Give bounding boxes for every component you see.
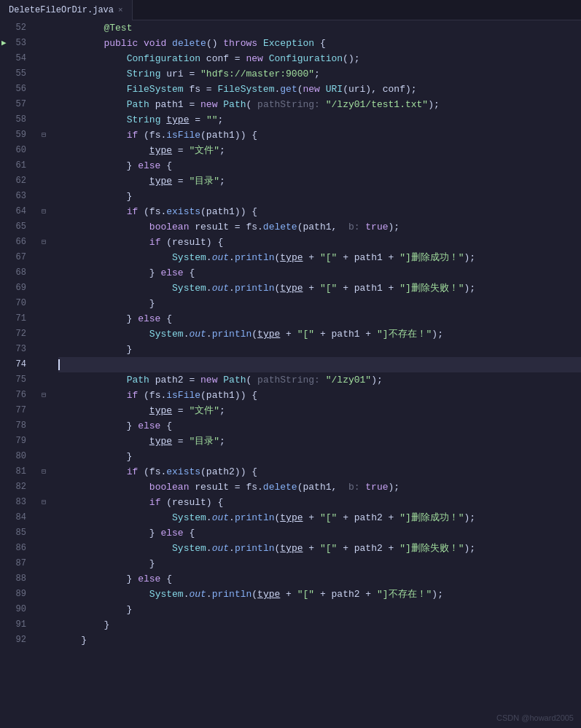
code-line-71: } else {: [58, 311, 581, 326]
line-number: 88: [0, 571, 31, 587]
gutter-line: [36, 296, 51, 311]
line-number: 89: [0, 587, 31, 602]
line-number: 83: [0, 495, 31, 510]
active-tab[interactable]: DeleteFileOrDir.java ×: [0, 0, 133, 20]
gutter-line: [36, 480, 51, 495]
gutter-line: [36, 82, 51, 97]
line-number: 75: [0, 372, 31, 388]
gutter-fold[interactable]: ⊟: [36, 495, 51, 510]
line-number: 78: [0, 418, 31, 434]
code-line-53: public void delete() throws Exception {: [58, 36, 581, 51]
gutter-line: [36, 265, 51, 281]
code-line-58: String type = "";: [58, 112, 581, 128]
tab-bar: DeleteFileOrDir.java ×: [0, 0, 581, 20]
code-line-74: [58, 357, 581, 372]
line-number: 66: [0, 235, 31, 250]
line-number: 60: [0, 143, 31, 158]
code-line-83: if (result) {: [58, 495, 581, 510]
code-line-59: if (fs.isFile(path1)) {: [58, 128, 581, 143]
code-line-68: } else {: [58, 265, 581, 281]
editor-container: DeleteFileOrDir.java × 52 ▶53 54 55 56 5…: [0, 0, 581, 728]
code-line-84: System.out.println(type + "[" + path2 + …: [58, 510, 581, 525]
code-editor[interactable]: @Test public void delete() throws Except…: [51, 20, 581, 728]
code-line-73: }: [58, 342, 581, 357]
line-number: 72: [0, 326, 31, 342]
gutter-line: [36, 173, 51, 189]
gutter-line: [36, 525, 51, 541]
code-line-63: }: [58, 189, 581, 204]
gutter-fold[interactable]: ⊟: [36, 235, 51, 250]
gutter-line: [36, 66, 51, 82]
line-number: 58: [0, 112, 31, 128]
line-number: 71: [0, 311, 31, 326]
gutter-fold[interactable]: ⊟: [36, 204, 51, 219]
line-number: 68: [0, 265, 31, 281]
line-number: 80: [0, 449, 31, 464]
gutter-line: [36, 189, 51, 204]
code-line-52: @Test: [58, 20, 581, 36]
gutter-line: [36, 372, 51, 388]
gutter-line: [36, 541, 51, 556]
code-line-62: type = "目录";: [58, 173, 581, 189]
gutter-line: [36, 250, 51, 265]
line-numbers: 52 ▶53 54 55 56 57 58 59 60 61 62 63 64 …: [0, 20, 36, 728]
gutter-line: [36, 326, 51, 342]
line-number: 81: [0, 464, 31, 480]
gutter-line: [36, 418, 51, 434]
gutter-line: [36, 219, 51, 235]
code-line-55: String uri = "hdfs://master:9000";: [58, 66, 581, 82]
gutter-line: [36, 36, 51, 51]
code-line-56: FileSystem fs = FileSystem.get(new URI(u…: [58, 82, 581, 97]
line-number: 82: [0, 480, 31, 495]
gutter-line: [36, 158, 51, 173]
code-line-67: System.out.println(type + "[" + path1 + …: [58, 250, 581, 265]
line-number: 67: [0, 250, 31, 265]
gutter-line: [36, 357, 51, 372]
line-number: 76: [0, 388, 31, 403]
line-number: 56: [0, 82, 31, 97]
code-area: 52 ▶53 54 55 56 57 58 59 60 61 62 63 64 …: [0, 20, 581, 728]
code-line-61: } else {: [58, 158, 581, 173]
line-number: 65: [0, 219, 31, 235]
gutter-line: [36, 617, 51, 633]
gutter-line: [36, 281, 51, 296]
tab-filename: DeleteFileOrDir.java: [9, 5, 114, 15]
line-number: 86: [0, 541, 31, 556]
gutter-line: [36, 143, 51, 158]
code-line-75: Path path2 = new Path( pathString: "/lzy…: [58, 372, 581, 388]
gutter-line: [36, 112, 51, 128]
code-line-90: }: [58, 602, 581, 617]
gutter-area: ⊟ ⊟ ⊟ ⊟ ⊟ ⊟: [36, 20, 51, 728]
code-line-92: }: [58, 633, 581, 648]
code-line-65: boolean result = fs.delete(path1, b: tru…: [58, 219, 581, 235]
code-line-89: System.out.println(type + "[" + path2 + …: [58, 587, 581, 602]
code-line-54: Configuration conf = new Configuration()…: [58, 51, 581, 66]
gutter-line: [36, 51, 51, 66]
code-line-88: } else {: [58, 571, 581, 587]
gutter-fold[interactable]: ⊟: [36, 388, 51, 403]
code-line-79: type = "目录";: [58, 434, 581, 449]
line-number: 57: [0, 97, 31, 112]
code-line-87: }: [58, 556, 581, 571]
line-number: 70: [0, 296, 31, 311]
code-line-80: }: [58, 449, 581, 464]
gutter-fold[interactable]: ⊟: [36, 128, 51, 143]
code-line-76: if (fs.isFile(path1)) {: [58, 388, 581, 403]
gutter-line: [36, 20, 51, 36]
line-number: ▶53: [0, 36, 31, 51]
gutter-line: [36, 342, 51, 357]
code-line-66: if (result) {: [58, 235, 581, 250]
gutter-line: [36, 602, 51, 617]
line-number: 69: [0, 281, 31, 296]
code-line-86: System.out.println(type + "[" + path2 + …: [58, 541, 581, 556]
line-number: 79: [0, 434, 31, 449]
code-line-81: if (fs.exists(path2)) {: [58, 464, 581, 480]
line-number: 59: [0, 128, 31, 143]
gutter-line: [36, 587, 51, 602]
code-line-69: System.out.println(type + "[" + path1 + …: [58, 281, 581, 296]
line-number: 77: [0, 403, 31, 418]
line-number: 62: [0, 173, 31, 189]
close-icon[interactable]: ×: [118, 6, 123, 15]
gutter-fold[interactable]: ⊟: [36, 464, 51, 480]
line-number: 52: [0, 20, 31, 36]
